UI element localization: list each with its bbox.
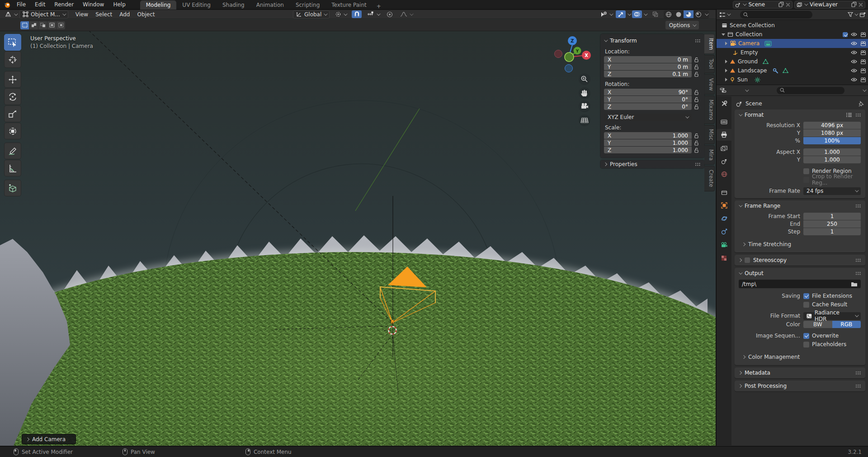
scale-z-field[interactable]: Z1.000 — [604, 147, 692, 153]
viewlayer-selector[interactable]: ViewLayer — [794, 1, 865, 9]
snap-toggle[interactable] — [352, 10, 362, 18]
outliner-row-empty[interactable]: Empty — [717, 48, 868, 57]
tab-physics[interactable] — [717, 213, 731, 224]
overwrite-checkbox[interactable]: Overwrite — [803, 333, 861, 339]
resolution-percent-slider[interactable]: 100% — [803, 137, 861, 144]
eye-icon[interactable] — [851, 68, 857, 73]
render-visibility-icon[interactable] — [860, 32, 866, 37]
lock-open-icon[interactable] — [694, 71, 699, 77]
lock-open-icon[interactable] — [694, 148, 699, 153]
collection-name[interactable]: Collection — [736, 31, 762, 38]
show-gizmo-toggle[interactable] — [616, 10, 626, 18]
copy-icon[interactable] — [851, 2, 857, 7]
collection-checkbox[interactable] — [843, 32, 848, 37]
viewlayer-name[interactable]: ViewLayer — [809, 1, 849, 8]
workspace-tab-modeling[interactable]: Modeling — [140, 0, 177, 10]
panel-post-processing-header[interactable]: Post Processing — [735, 381, 865, 391]
scale-x-field[interactable]: X1.000 — [604, 132, 692, 139]
output-path-field[interactable]: /tmp\ — [739, 280, 861, 288]
copy-icon[interactable] — [778, 2, 784, 7]
stereoscopy-checkbox[interactable] — [745, 257, 750, 263]
breadcrumb-scene[interactable]: Scene — [745, 100, 762, 107]
axis-ball-neg-x[interactable] — [555, 50, 562, 58]
ortho-toggle-button[interactable] — [579, 114, 590, 126]
tab-output[interactable] — [717, 129, 731, 141]
rotation-mode-dropdown[interactable]: XYZ Euler — [604, 114, 692, 121]
location-x-field[interactable]: X0 m — [604, 56, 692, 63]
tool-add-cube[interactable] — [4, 180, 21, 196]
tool-measure[interactable] — [4, 160, 21, 176]
subpanel-color-management[interactable]: Color Management — [738, 352, 865, 362]
chevron-down-icon[interactable] — [863, 88, 866, 91]
menu-select[interactable]: Select — [92, 11, 116, 18]
pin-icon[interactable] — [859, 101, 864, 107]
tab-world[interactable] — [717, 168, 731, 180]
shading-solid-button[interactable] — [674, 10, 684, 18]
folder-icon[interactable] — [851, 281, 858, 287]
tab-object[interactable] — [717, 200, 731, 211]
transform-orientation-dropdown[interactable]: Global — [293, 10, 330, 19]
disclosure-right-icon[interactable] — [725, 60, 727, 63]
panel-output-header[interactable]: Output — [735, 268, 865, 279]
shading-material-button[interactable] — [684, 10, 693, 18]
operator-popup[interactable]: Add Camera — [22, 434, 76, 444]
crop-to-region-checkbox[interactable]: Crop to Render Reg... — [803, 173, 861, 186]
shading-wireframe-button[interactable] — [664, 10, 674, 18]
snap-target-dropdown[interactable] — [364, 10, 382, 19]
disclosure-down-icon[interactable] — [722, 33, 725, 36]
lock-open-icon[interactable] — [694, 97, 699, 102]
overlays-dropdown[interactable] — [643, 10, 647, 19]
workspace-tab-shading[interactable]: Shading — [217, 0, 250, 10]
properties-panel-header[interactable]: Properties — [600, 160, 704, 168]
menu-render[interactable]: Render — [50, 0, 78, 10]
options-dropdown[interactable]: Options — [665, 21, 699, 29]
outliner-row-collection[interactable]: Collection — [717, 30, 868, 39]
scene-selector[interactable]: Scene — [733, 1, 793, 9]
location-z-field[interactable]: Z0.1 m — [604, 71, 692, 77]
cache-result-checkbox[interactable]: Cache Result — [803, 301, 861, 308]
object-visibility-dropdown[interactable] — [598, 10, 615, 19]
rotation-x-field[interactable]: X90° — [604, 89, 692, 95]
lock-open-icon[interactable] — [694, 57, 699, 62]
axis-ball-neg-z[interactable] — [565, 65, 573, 72]
workspace-tab-animation[interactable]: Animation — [250, 0, 290, 10]
aspect-y-field[interactable]: 1.000 — [803, 156, 861, 163]
shading-rendered-button[interactable] — [693, 10, 703, 18]
eye-icon[interactable] — [851, 59, 857, 64]
outliner-display-mode[interactable] — [719, 12, 730, 18]
eye-icon[interactable] — [851, 41, 857, 46]
disclosure-right-icon[interactable] — [725, 42, 727, 45]
render-visibility-icon[interactable] — [860, 50, 866, 55]
sidebar-tab-misc[interactable]: Misc — [704, 125, 715, 144]
outliner-row-sun[interactable]: Sun — [717, 75, 868, 84]
lock-open-icon[interactable] — [694, 90, 699, 95]
color-rgb-button[interactable]: RGB — [832, 321, 861, 328]
object-name[interactable]: Ground — [738, 58, 758, 65]
rotation-y-field[interactable]: Y0° — [604, 96, 692, 103]
sidebar-tab-view[interactable]: View — [704, 74, 715, 95]
frame-start-field[interactable]: 1 — [803, 213, 861, 220]
editor-type-button[interactable] — [2, 10, 19, 19]
scene-name[interactable]: Scene — [747, 1, 777, 8]
scale-y-field[interactable]: Y1.000 — [604, 139, 692, 146]
tool-scale[interactable] — [4, 105, 21, 122]
close-icon[interactable] — [859, 2, 863, 7]
object-name[interactable]: Camera — [738, 40, 760, 47]
shading-dropdown[interactable] — [703, 10, 709, 19]
tab-scene[interactable] — [717, 155, 731, 167]
panel-format-header[interactable]: Format — [735, 109, 865, 120]
drag-handle-icon[interactable] — [855, 271, 861, 275]
close-icon[interactable] — [786, 2, 790, 7]
panel-stereoscopy-header[interactable]: Stereoscopy — [735, 255, 865, 266]
properties-search[interactable] — [777, 87, 844, 94]
scene-collection-name[interactable]: Scene Collection — [730, 22, 775, 29]
select-mode-invert[interactable] — [47, 21, 56, 29]
drag-handle-icon[interactable] — [855, 204, 861, 208]
show-overlays-toggle[interactable] — [632, 10, 642, 18]
object-name[interactable]: Sun — [737, 76, 748, 83]
menu-edit[interactable]: Edit — [30, 0, 50, 10]
drag-handle-icon[interactable] — [855, 113, 861, 117]
gizmo-dropdown[interactable] — [627, 10, 631, 19]
tab-camera-data[interactable] — [717, 239, 731, 251]
tool-transform[interactable] — [4, 123, 21, 139]
